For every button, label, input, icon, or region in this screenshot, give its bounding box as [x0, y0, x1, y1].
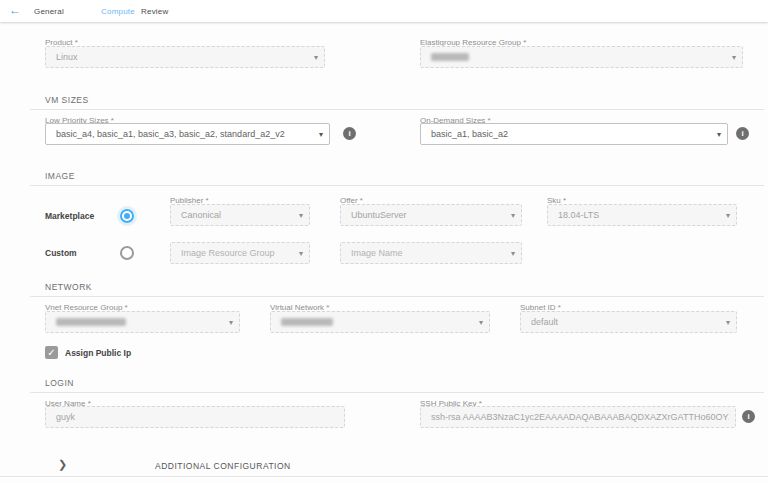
redacted-value: [56, 318, 126, 326]
chevron-down-icon: ▾: [229, 318, 233, 327]
info-icon[interactable]: i: [343, 127, 356, 140]
image-name-select[interactable]: Image Name ▾: [340, 242, 522, 264]
network-section-title: NETWORK: [45, 282, 92, 292]
low-priority-sizes-select[interactable]: basic_a4, basic_a1, basic_a3, basic_a2, …: [45, 123, 330, 145]
back-arrow-icon[interactable]: ←: [9, 3, 21, 17]
image-section-title: IMAGE: [45, 171, 75, 181]
on-demand-sizes-select[interactable]: basic_a1, basic_a2 ▾: [420, 123, 728, 145]
product-select[interactable]: Linux ▾: [45, 46, 325, 68]
chevron-down-icon: ▾: [319, 130, 323, 139]
chevron-down-icon: ▾: [479, 318, 483, 327]
low-priority-sizes-value: basic_a4, basic_a1, basic_a3, basic_a2, …: [56, 129, 285, 139]
chevron-down-icon: ▾: [314, 53, 318, 62]
redacted-value: [431, 53, 469, 61]
redacted-value: [281, 318, 333, 326]
user-name-input[interactable]: guyk: [45, 406, 345, 428]
offer-value: UbuntuServer: [351, 210, 407, 220]
publisher-value: Canonical: [181, 210, 221, 220]
compute-form-page: ← General Compute Review Product * Linux…: [0, 0, 768, 483]
publisher-select[interactable]: Canonical ▾: [170, 204, 310, 226]
vm-sizes-section-title: VM SIZES: [45, 95, 89, 105]
vnet-resource-group-select[interactable]: ▾: [45, 311, 240, 333]
subnet-id-select[interactable]: default ▾: [520, 311, 737, 333]
tab-review[interactable]: Review: [141, 7, 168, 16]
chevron-down-icon: ▾: [299, 249, 303, 258]
chevron-down-icon: ▾: [511, 211, 515, 220]
marketplace-label: Marketplace: [45, 211, 94, 221]
info-icon[interactable]: i: [736, 127, 749, 140]
chevron-down-icon: ▾: [732, 53, 736, 62]
custom-label: Custom: [45, 248, 77, 258]
assign-public-ip-checkbox[interactable]: ✓: [45, 346, 58, 359]
on-demand-sizes-value: basic_a1, basic_a2: [431, 129, 508, 139]
product-value: Linux: [56, 52, 78, 62]
section-divider: [30, 296, 764, 297]
user-name-value: guyk: [56, 412, 75, 422]
offer-select[interactable]: UbuntuServer ▾: [340, 204, 522, 226]
sku-select[interactable]: 18.04-LTS ▾: [547, 204, 737, 226]
ssh-public-key-input[interactable]: ssh-rsa AAAAB3NzaC1yc2EAAAADAQABAAABAQDX…: [420, 406, 736, 428]
image-name-placeholder: Image Name: [351, 248, 403, 258]
expand-chevron-icon[interactable]: ❯: [58, 458, 67, 471]
info-icon[interactable]: i: [742, 410, 755, 423]
section-divider: [30, 185, 764, 186]
section-divider: [30, 392, 764, 393]
chevron-down-icon: ▾: [726, 318, 730, 327]
tab-general[interactable]: General: [34, 7, 64, 16]
elastigroup-resource-group-select[interactable]: ▾: [420, 46, 743, 68]
image-resource-group-placeholder: Image Resource Group: [181, 248, 275, 258]
additional-configuration-toggle[interactable]: ADDITIONAL CONFIGURATION: [155, 461, 291, 471]
tab-compute[interactable]: Compute: [101, 7, 135, 16]
wizard-tab-bar: ← General Compute Review: [0, 0, 768, 22]
subnet-id-value: default: [531, 317, 558, 327]
marketplace-radio[interactable]: [120, 209, 134, 223]
chevron-down-icon: ▾: [717, 130, 721, 139]
bottom-divider: [0, 476, 768, 477]
login-section-title: LOGIN: [45, 378, 74, 388]
ssh-public-key-value: ssh-rsa AAAAB3NzaC1yc2EAAAADAQABAAABAQDX…: [431, 412, 729, 422]
sku-value: 18.04-LTS: [558, 210, 599, 220]
virtual-network-select[interactable]: ▾: [270, 311, 490, 333]
custom-radio[interactable]: [120, 246, 134, 260]
assign-public-ip-label: Assign Public Ip: [65, 348, 131, 358]
image-resource-group-select[interactable]: Image Resource Group ▾: [170, 242, 310, 264]
section-divider: [30, 109, 764, 110]
chevron-down-icon: ▾: [511, 249, 515, 258]
chevron-down-icon: ▾: [726, 211, 730, 220]
chevron-down-icon: ▾: [299, 211, 303, 220]
